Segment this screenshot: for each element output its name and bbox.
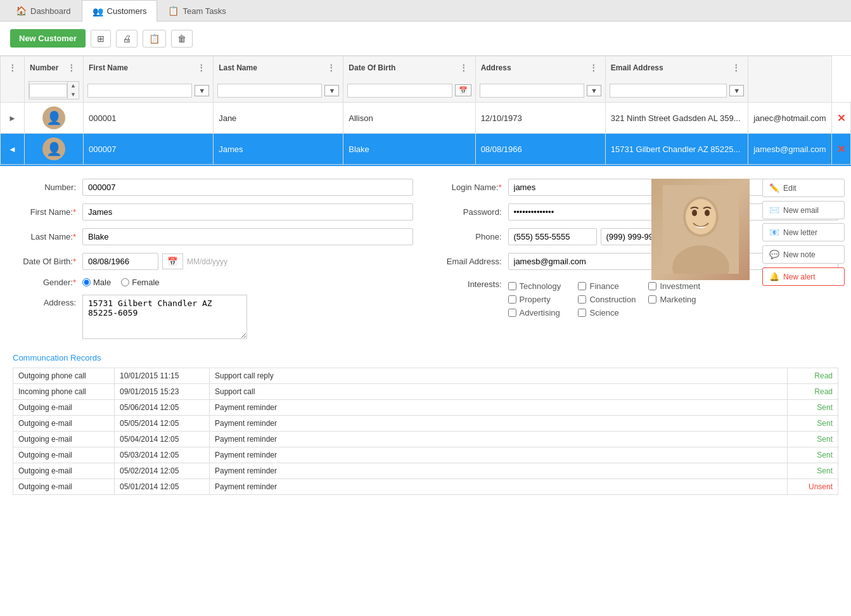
comm-record-row[interactable]: Outgoing phone call 10/01/2015 11:15 Sup… bbox=[13, 368, 838, 384]
address-filter-input[interactable] bbox=[480, 84, 584, 98]
detail-left-col: Number: First Name:* Last Name:* Date Of… bbox=[13, 179, 413, 347]
interest-technology-checkbox[interactable] bbox=[508, 282, 516, 290]
dashboard-icon: 🏠 bbox=[16, 6, 27, 16]
row-delete-button[interactable]: ✕ bbox=[837, 143, 845, 155]
grid-view-button[interactable]: ⊞ bbox=[91, 30, 111, 48]
email-filter-btn[interactable]: ▼ bbox=[729, 85, 744, 96]
copy-button[interactable]: 📋 bbox=[143, 30, 166, 48]
comm-status: Sent bbox=[788, 447, 838, 463]
tab-customers[interactable]: 👥 Customers bbox=[82, 0, 158, 22]
row-email: janec@hotmail.com bbox=[748, 103, 831, 134]
interest-property-checkbox[interactable] bbox=[508, 295, 516, 304]
lastname-filter-btn[interactable]: ▼ bbox=[324, 85, 339, 96]
gender-male-label[interactable]: Male bbox=[82, 278, 111, 287]
number-field-row: Number: bbox=[13, 179, 413, 196]
firstname-filter-input[interactable] bbox=[87, 84, 192, 98]
gender-female-radio[interactable] bbox=[121, 278, 129, 286]
lastname-input[interactable] bbox=[82, 228, 413, 245]
row-firstname: James bbox=[214, 134, 343, 165]
comm-subject: Payment reminder bbox=[210, 416, 788, 432]
th-first-name-menu[interactable]: ⋮ bbox=[195, 61, 208, 74]
th-filter-firstname: ▼ bbox=[84, 79, 214, 103]
number-input[interactable] bbox=[82, 179, 413, 196]
new-alert-button[interactable]: 🔔 New alert bbox=[762, 267, 845, 286]
row-number: 000007 bbox=[84, 134, 214, 165]
interests-label: Interests: bbox=[438, 278, 508, 289]
phone-primary-input[interactable] bbox=[508, 228, 597, 245]
th-check-menu[interactable]: ⋮ bbox=[6, 61, 19, 74]
new-letter-label: New letter bbox=[783, 228, 817, 237]
interest-construction: Construction bbox=[578, 295, 636, 304]
th-filter-number: ▲ ▼ bbox=[25, 79, 84, 103]
tab-team-tasks[interactable]: 📋 Team Tasks bbox=[157, 0, 236, 21]
row-avatar: 👤 bbox=[25, 134, 84, 165]
new-letter-button[interactable]: 📧 New letter bbox=[762, 223, 845, 241]
gender-female-label[interactable]: Female bbox=[121, 278, 159, 287]
comm-date: 05/03/2014 12:05 bbox=[115, 447, 210, 463]
firstname-field-row: First Name:* bbox=[13, 203, 413, 221]
team-tasks-icon: 📋 bbox=[168, 6, 179, 16]
gender-male-radio[interactable] bbox=[82, 278, 91, 286]
comm-record-row[interactable]: Outgoing e-mail 05/03/2014 12:05 Payment… bbox=[13, 447, 838, 463]
comm-title[interactable]: Communcation Records bbox=[13, 353, 838, 363]
comm-record-row[interactable]: Outgoing e-mail 05/01/2014 12:05 Payment… bbox=[13, 479, 838, 495]
dob-input[interactable] bbox=[82, 253, 158, 270]
number-up-arrow[interactable]: ▲ bbox=[68, 82, 79, 91]
interest-construction-checkbox[interactable] bbox=[578, 295, 586, 304]
print-button[interactable]: 🖨 bbox=[116, 30, 138, 48]
th-dob-menu[interactable]: ⋮ bbox=[457, 61, 470, 74]
address-filter-btn[interactable]: ▼ bbox=[587, 85, 601, 96]
comm-type: Outgoing e-mail bbox=[13, 447, 115, 463]
number-filter-stepper[interactable]: ▲ ▼ bbox=[29, 81, 79, 99]
th-email: Email Address ⋮ bbox=[605, 56, 748, 79]
interest-science-checkbox[interactable] bbox=[578, 309, 586, 317]
interest-technology: Technology bbox=[508, 281, 566, 291]
delete-button[interactable]: 🗑 bbox=[171, 30, 193, 48]
th-email-menu[interactable]: ⋮ bbox=[729, 61, 743, 74]
interest-marketing-checkbox[interactable] bbox=[648, 295, 656, 304]
th-number: Number ⋮ bbox=[25, 56, 84, 79]
th-number-menu[interactable]: ⋮ bbox=[65, 61, 78, 74]
comm-date: 05/02/2014 12:05 bbox=[115, 463, 210, 479]
table-row[interactable]: ►👤000001JaneAllison12/10/1973321 Ninth S… bbox=[1, 103, 851, 134]
th-actions bbox=[748, 56, 831, 79]
table-row[interactable]: ◄👤000007JamesBlake08/08/196615731 Gilber… bbox=[1, 134, 851, 165]
comm-record-row[interactable]: Outgoing e-mail 05/06/2014 12:05 Payment… bbox=[13, 400, 838, 416]
comm-type: Outgoing e-mail bbox=[13, 416, 115, 432]
dob-filter-input[interactable] bbox=[347, 84, 452, 98]
row-delete-button[interactable]: ✕ bbox=[837, 112, 845, 124]
comm-record-row[interactable]: Outgoing e-mail 05/05/2014 12:05 Payment… bbox=[13, 416, 838, 432]
dob-filter-btn[interactable]: 📅 bbox=[455, 84, 471, 96]
comm-record-row[interactable]: Incoming phone call 09/01/2015 15:23 Sup… bbox=[13, 384, 838, 400]
comm-record-row[interactable]: Outgoing e-mail 05/04/2014 12:05 Payment… bbox=[13, 432, 838, 447]
comm-record-row[interactable]: Outgoing e-mail 05/02/2014 12:05 Payment… bbox=[13, 463, 838, 479]
edit-icon: ✏️ bbox=[769, 183, 779, 193]
email-filter-input[interactable] bbox=[610, 84, 727, 98]
interest-advertising-label: Advertising bbox=[520, 308, 560, 318]
row-address: 321 Ninth Street Gadsden AL 359... bbox=[605, 103, 748, 134]
th-filter-del bbox=[748, 79, 831, 103]
lastname-filter-input[interactable] bbox=[217, 84, 322, 98]
number-label: Number: bbox=[13, 183, 82, 192]
comm-status: Read bbox=[788, 368, 838, 384]
address-textarea[interactable] bbox=[82, 295, 247, 339]
th-last-name-menu[interactable]: ⋮ bbox=[324, 61, 338, 74]
interest-finance-checkbox[interactable] bbox=[578, 282, 586, 290]
interest-investment-checkbox[interactable] bbox=[648, 282, 656, 290]
edit-button[interactable]: ✏️ Edit bbox=[762, 179, 845, 197]
customer-photo bbox=[651, 179, 750, 280]
tab-dashboard[interactable]: 🏠 Dashboard bbox=[5, 0, 82, 21]
new-note-button[interactable]: 💬 New note bbox=[762, 245, 845, 264]
calendar-button[interactable]: 📅 bbox=[162, 253, 183, 269]
interest-advertising-checkbox[interactable] bbox=[508, 309, 516, 317]
th-filter-lastname: ▼ bbox=[214, 79, 343, 103]
th-address-menu[interactable]: ⋮ bbox=[587, 61, 600, 74]
new-email-button[interactable]: ✉️ New email bbox=[762, 201, 845, 219]
firstname-input[interactable] bbox=[82, 203, 413, 221]
firstname-filter-btn[interactable]: ▼ bbox=[195, 85, 209, 96]
customers-table: ⋮ Number ⋮ First Name ⋮ bbox=[0, 56, 851, 165]
new-customer-button[interactable]: New Customer bbox=[10, 29, 86, 48]
comm-type: Outgoing e-mail bbox=[13, 400, 115, 416]
number-filter-input[interactable] bbox=[29, 84, 67, 98]
number-down-arrow[interactable]: ▼ bbox=[68, 91, 79, 99]
